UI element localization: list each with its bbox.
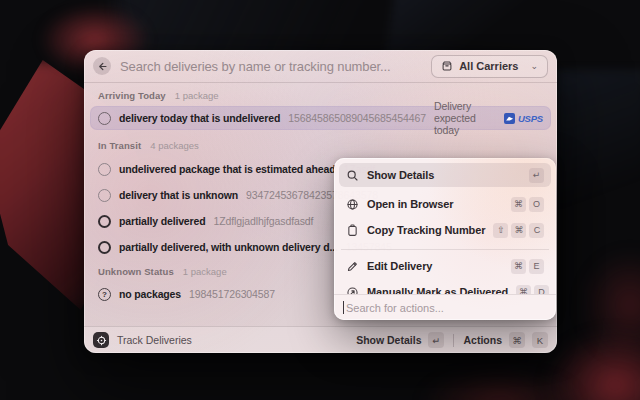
primary-action-button[interactable]: Show Details bbox=[356, 334, 421, 346]
command-key-badge: ⌘ bbox=[509, 332, 525, 348]
wallpaper-blue-streak-right bbox=[555, 70, 640, 240]
c-key-badge: C bbox=[529, 223, 544, 238]
progress-circle-icon bbox=[98, 112, 111, 125]
k-key-badge: K bbox=[532, 332, 548, 348]
menu-divider bbox=[341, 249, 549, 250]
wallpaper-red-glow-right bbox=[580, 250, 640, 360]
section-title: Unknown Status bbox=[98, 266, 174, 277]
progress-circle-icon bbox=[98, 189, 111, 202]
chevron-down-icon: ⌄ bbox=[530, 61, 538, 71]
section-title: In Transit bbox=[98, 140, 141, 151]
actions-menu: Show Details ↵ Open in Browser ⌘ O Copy … bbox=[334, 158, 556, 320]
delivery-status: Delivery expected today bbox=[434, 100, 497, 136]
menu-item-label: Manually Mark as Delivered bbox=[367, 286, 508, 294]
search-header: Search deliveries by name or tracking nu… bbox=[84, 50, 557, 83]
return-key-badge: ↵ bbox=[428, 332, 444, 348]
menu-item-edit-delivery[interactable]: Edit Delivery ⌘ E bbox=[339, 254, 551, 278]
divider bbox=[453, 334, 454, 347]
menu-item-label: Open in Browser bbox=[367, 198, 454, 210]
menu-item-shortcut: ⌘ E bbox=[511, 259, 544, 274]
text-cursor bbox=[343, 301, 344, 314]
tracking-number: 1Zdflgjadlhjfgasdfasdf bbox=[213, 215, 313, 227]
menu-item-open-in-browser[interactable]: Open in Browser ⌘ O bbox=[339, 192, 551, 216]
section-title: Arriving Today bbox=[98, 90, 166, 101]
actions-menu-button[interactable]: Actions bbox=[463, 334, 502, 346]
carrier-filter-label: All Carriers bbox=[459, 60, 518, 72]
shift-key-badge: ⇧ bbox=[493, 223, 508, 238]
return-key-badge: ↵ bbox=[529, 168, 544, 183]
command-key-badge: ⌘ bbox=[511, 223, 526, 238]
carrier-filter-dropdown[interactable]: All Carriers ⌄ bbox=[431, 55, 548, 78]
actions-search-field[interactable]: Search for actions... bbox=[334, 294, 556, 320]
wallpaper-red-glow-bottomright bbox=[545, 330, 640, 400]
action-bar-right: Show Details ↵ Actions ⌘ K bbox=[356, 332, 548, 348]
actions-search-placeholder: Search for actions... bbox=[346, 302, 444, 314]
progress-circle-icon bbox=[98, 215, 111, 228]
globe-icon bbox=[346, 198, 359, 211]
delivery-title: no packages bbox=[119, 288, 181, 300]
search-input[interactable]: Search deliveries by name or tracking nu… bbox=[120, 59, 391, 74]
delivery-title: delivery that is unknown bbox=[119, 189, 238, 201]
delivery-title: undelivered package that is estimated ah… bbox=[119, 163, 335, 175]
tracking-number: 198451726304587 bbox=[189, 288, 275, 300]
actions-menu-list: Show Details ↵ Open in Browser ⌘ O Copy … bbox=[339, 163, 551, 294]
delivery-row-accessories: Delivery expected today USPS bbox=[434, 100, 543, 136]
back-button[interactable] bbox=[93, 57, 111, 75]
progress-circle-icon bbox=[98, 163, 111, 176]
carrier-name: USPS bbox=[518, 113, 543, 124]
clipboard-icon bbox=[346, 224, 359, 237]
delivery-title: partially delivered, with unknown delive… bbox=[119, 241, 338, 253]
delivery-title: partially delivered bbox=[119, 215, 205, 227]
back-arrow-icon bbox=[97, 61, 108, 72]
menu-item-shortcut: ⌘ O bbox=[511, 197, 544, 212]
tracking-number: 156845865089045685454467 bbox=[288, 112, 426, 124]
desktop: Search deliveries by name or tracking nu… bbox=[0, 0, 640, 400]
menu-item-label: Show Details bbox=[367, 169, 434, 181]
delivery-row-selected[interactable]: delivery today that is undelivered 15684… bbox=[90, 106, 551, 130]
usps-logo-icon bbox=[504, 113, 515, 124]
carrier-badge: USPS bbox=[504, 113, 543, 124]
delivery-title: delivery today that is undelivered bbox=[119, 112, 280, 124]
menu-item-copy-tracking-number[interactable]: Copy Tracking Number ⇧ ⌘ C bbox=[339, 218, 551, 242]
menu-item-mark-as-delivered[interactable]: Manually Mark as Delivered ⌘ D bbox=[339, 280, 551, 294]
e-key-badge: E bbox=[529, 259, 544, 274]
wallpaper-red-glow-bottom bbox=[420, 370, 580, 400]
o-key-badge: O bbox=[529, 197, 544, 212]
extension-icon bbox=[93, 332, 109, 348]
extension-name: Track Deliveries bbox=[117, 334, 192, 346]
circle-arrow-icon bbox=[346, 286, 359, 295]
question-circle-icon: ? bbox=[98, 288, 111, 301]
menu-item-shortcut: ⌘ D bbox=[516, 285, 549, 295]
progress-circle-icon bbox=[98, 241, 111, 254]
command-key-badge: ⌘ bbox=[516, 285, 531, 295]
package-icon bbox=[441, 60, 453, 72]
section-count: 1 package bbox=[175, 90, 219, 101]
menu-item-label: Edit Delivery bbox=[367, 260, 432, 272]
d-key-badge: D bbox=[534, 285, 549, 295]
section-in-transit: In Transit 4 packages bbox=[98, 137, 543, 153]
action-bar: Track Deliveries Show Details ↵ Actions … bbox=[84, 326, 557, 353]
menu-item-show-details[interactable]: Show Details ↵ bbox=[339, 163, 551, 187]
section-count: 1 package bbox=[183, 266, 227, 277]
section-count: 4 packages bbox=[150, 140, 199, 151]
menu-item-shortcut: ↵ bbox=[529, 168, 544, 183]
menu-item-shortcut: ⇧ ⌘ C bbox=[493, 223, 544, 238]
menu-item-label: Copy Tracking Number bbox=[367, 224, 485, 236]
pencil-icon bbox=[346, 260, 359, 273]
magnifier-icon bbox=[346, 169, 359, 182]
command-key-badge: ⌘ bbox=[511, 259, 526, 274]
command-key-badge: ⌘ bbox=[511, 197, 526, 212]
